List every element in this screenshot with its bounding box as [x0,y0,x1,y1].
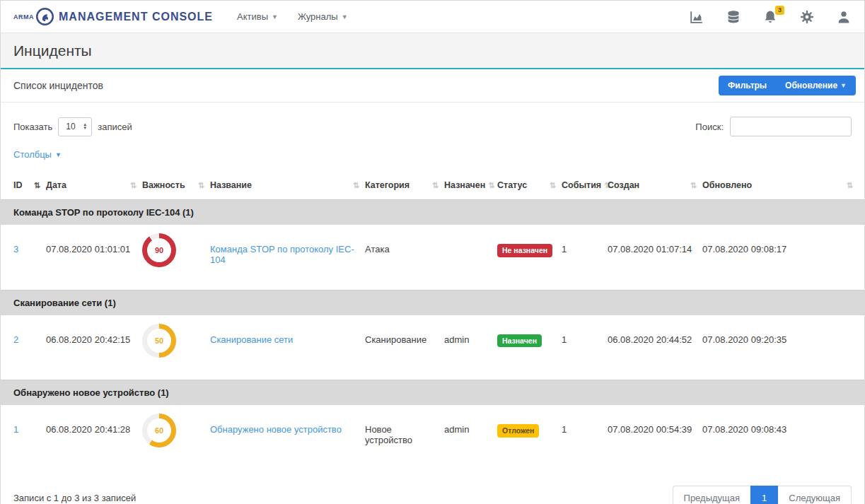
show-label: Показать [13,122,52,132]
incident-date-cell: 07.08.2020 01:01:01 [46,225,142,290]
brand-title: MANAGEMENT CONSOLE [59,11,213,23]
group-header-row: Обнаружено новое устройство (1) [1,380,864,406]
sort-icon: ⇅ [488,181,494,190]
incident-name-link[interactable]: Обнаружено новое устройство [210,424,342,435]
page-size-control: Показать 10 ▲▼ записей [13,117,132,136]
donut-value: 50 [155,336,163,345]
status-badge: Отложен [497,424,539,438]
group-header-row: Команда STOP по протоколу IEC-104 (1) [1,200,864,225]
top-navbar: ARMA MANAGEMENT CONSOLE Активы ▼ Журналы… [1,1,864,33]
header-label: ID [13,180,23,190]
incident-importance-cell: 90 [142,225,210,290]
column-header-status[interactable]: Статус⇅ [497,173,562,200]
table-footer: Записи с 1 до 3 из 3 записей Предыдущая … [1,470,864,504]
brand-prefix-label: ARMA [13,13,34,20]
incident-name-cell: Команда STOP по протоколу IEC-104 [210,225,365,290]
page-size-select[interactable]: 10 ▲▼ [58,117,92,136]
incident-assignee-cell [444,225,497,290]
notifications-bell-icon[interactable]: 3 [762,9,778,25]
group-header-label: Обнаружено новое устройство (1) [1,380,864,406]
incident-events-cell: 1 [562,225,608,290]
columns-link-label: Столбцы [13,149,52,160]
incidents-table: ID⇅ Дата⇅ Важность⇅ Название⇅ Категория⇅… [1,173,864,470]
chevron-down-icon: ▼ [272,13,278,20]
header-label: Создан [608,180,639,190]
incident-name-link[interactable]: Команда STOP по протоколу IEC-104 [210,244,354,265]
incident-id-link[interactable]: 3 [13,244,18,254]
header-label: Название [210,180,252,190]
header-label: Важность [142,180,185,190]
incident-row[interactable]: 1 06.08.2020 20:41:28 60 Обнаружено ново… [1,405,864,470]
column-header-assignee[interactable]: Назначен⇅ [444,173,497,200]
incident-events-cell: 1 [562,405,608,470]
incident-date-cell: 06.08.2020 20:41:28 [46,405,142,470]
incident-id-cell: 1 [1,405,46,470]
navbar-icon-group: 3 [689,9,852,25]
search-control: Поиск: [695,117,852,136]
column-header-id[interactable]: ID⇅ [1,173,46,200]
next-page-button[interactable]: Следующая [778,486,852,504]
columns-dropdown-link[interactable]: Столбцы ▼ [13,149,62,160]
search-input[interactable] [730,117,852,136]
sort-icon: ⇅ [130,181,137,190]
incident-status-cell: Не назначен [497,225,562,290]
columns-row: Столбцы ▼ [1,136,864,173]
status-badge: Не назначен [497,244,552,257]
incident-id-cell: 2 [1,315,46,380]
incident-status-cell: Отложен [497,405,562,470]
importance-donut-chart: 60 [142,414,176,447]
header-label: Назначен [444,180,485,190]
table-header-row: ID⇅ Дата⇅ Важность⇅ Название⇅ Категория⇅… [1,173,864,200]
chevron-down-icon: ▼ [840,82,847,89]
incident-updated-cell: 07.08.2020 09:20:35 [702,315,864,380]
sort-desc-icon: ⇅ [34,181,40,190]
incident-id-cell: 3 [1,225,46,290]
incident-name-link[interactable]: Сканирование сети [210,334,293,345]
donut-value: 60 [155,426,163,435]
header-label: События [562,180,601,190]
incident-id-link[interactable]: 1 [13,424,18,435]
table-controls: Показать 10 ▲▼ записей Поиск: [1,102,864,136]
column-header-name[interactable]: Название⇅ [210,173,365,200]
refresh-dropdown-button[interactable]: Обновление ▼ [776,76,856,95]
column-header-date[interactable]: Дата⇅ [46,173,142,200]
settings-gear-icon[interactable] [799,9,815,25]
column-header-updated[interactable]: Обновлено⇅ [702,173,864,200]
importance-donut-chart: 90 [142,233,176,267]
previous-page-button[interactable]: Предыдущая [673,486,751,504]
menu-journals[interactable]: Журналы ▼ [298,11,348,22]
panel-actions: Фильтры Обновление ▼ [719,76,856,95]
brand-logo[interactable]: ARMA MANAGEMENT CONSOLE [13,7,213,26]
menu-assets[interactable]: Активы ▼ [237,11,278,22]
filters-button[interactable]: Фильтры [719,76,776,95]
records-label: записей [98,122,132,132]
incident-row[interactable]: 3 07.08.2020 01:01:01 90 Команда STOP по… [1,225,864,290]
sort-icon: ⇅ [690,181,697,190]
incident-created-cell: 06.08.2020 20:44:52 [608,315,702,380]
column-header-created[interactable]: Создан⇅ [608,173,702,200]
menu-journals-label: Журналы [298,11,338,22]
sort-icon: ⇅ [198,181,204,190]
importance-donut-chart: 50 [142,324,176,358]
user-profile-icon[interactable] [836,9,852,25]
filters-button-label: Фильтры [728,81,767,90]
group-header-label: Команда STOP по протоколу IEC-104 (1) [1,200,864,225]
sort-icon: ⇅ [353,181,359,190]
status-badge: Назначен [497,334,542,348]
incident-assignee-cell: admin [444,405,497,470]
incident-id-link[interactable]: 2 [13,334,18,345]
page-title: Инциденты [13,42,852,59]
incident-row[interactable]: 2 06.08.2020 20:42:15 50 Сканирование се… [1,315,864,380]
current-page-button[interactable]: 1 [750,486,778,504]
column-header-events[interactable]: События⇅ [562,173,608,200]
group-header-label: Сканирование сети (1) [1,290,864,315]
incident-category-cell: Атака [365,225,444,290]
sort-icon: ⇅ [550,181,556,190]
panel-title: Список инцидентов [13,80,103,91]
reports-chart-icon[interactable] [689,9,704,25]
incident-category-cell: Сканирование [365,315,444,380]
database-icon[interactable] [726,9,741,25]
column-header-category[interactable]: Категория⇅ [365,173,444,200]
column-header-importance[interactable]: Важность⇅ [142,173,210,200]
header-label: Категория [365,180,410,190]
